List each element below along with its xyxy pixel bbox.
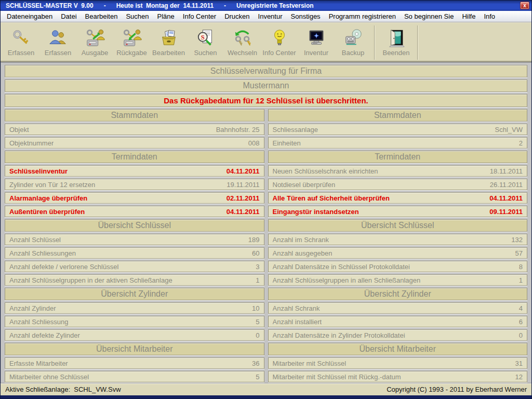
table-row-einheiten: Einheiten2 — [268, 137, 528, 149]
users-icon — [48, 28, 68, 48]
toolbar-button-label: Suchen — [194, 49, 217, 57]
overdue-alert-text: Das Rückgabedatum für 12 Schlüssel ist ü… — [164, 96, 368, 105]
toolbar-button-wechseln-6[interactable]: Wechseln — [224, 24, 261, 59]
section-header-bersicht-zylinder: Übersicht Zylinder — [5, 288, 264, 300]
menu-item-info-center[interactable]: Info Center — [179, 11, 220, 21]
table-row-anzahl-im-schrank: Anzahl im Schrank132 — [268, 234, 528, 245]
section-header-bersicht-mitarbeiter: Übersicht Mitarbeiter — [268, 343, 528, 355]
section-header-bersicht-schl-ssel: Übersicht Schlüssel — [5, 219, 264, 232]
row-value: 1 — [519, 276, 523, 284]
row-value: 132 — [511, 236, 523, 244]
row-label: Mitarbeiter ohne Schlüssel — [9, 373, 89, 381]
row-label: Einheiten — [273, 139, 301, 147]
menu-item-bearbeiten[interactable]: Bearbeiten — [81, 11, 122, 21]
table-row-schl-sselinventur: Schlüsselinventur04.11.2011 — [5, 165, 264, 177]
menu-item-inventur[interactable]: Inventur — [254, 11, 287, 21]
menu-item-drucken[interactable]: Drucken — [220, 11, 254, 21]
toolbar-button-ausgabe-2[interactable]: Ausgabe — [76, 24, 113, 59]
toolbar-button-label: Beenden — [382, 49, 409, 57]
row-label: Zylinder von Tür 12 ersetzen — [9, 181, 95, 189]
toolbar-button-backup-9[interactable]: Backup — [335, 24, 371, 59]
column-right: StammdatenSchliessanlageSchl_VWEinheiten… — [268, 109, 528, 383]
menu-item-programm-registrieren[interactable]: Programm registrieren — [325, 11, 400, 21]
section-title: Übersicht Mitarbeiter — [359, 344, 436, 354]
section-title: Stammdaten — [111, 111, 158, 120]
menu-item-sonstiges[interactable]: Sonstiges — [287, 11, 325, 21]
section-header-termindaten: Termindaten — [5, 151, 264, 163]
row-label: Anzahl Datensätze in Zylinder Protokolld… — [273, 331, 405, 339]
status-bar: Aktive Schließanlage: SCHL_VW.Svw Copyri… — [1, 383, 531, 395]
row-label: Anzahl Schlüssel — [9, 236, 61, 244]
toolbar-button-erfassen-1[interactable]: Erfassen — [39, 24, 76, 59]
toolbar-button-erfassen-0[interactable]: Erfassen — [3, 24, 39, 59]
toolbar-button-inventur-8[interactable]: Inventur — [298, 24, 335, 59]
menu-item-pl-ne[interactable]: Pläne — [153, 11, 179, 21]
row-value: 02.11.2011 — [227, 194, 260, 202]
menu-item-suchen[interactable]: Suchen — [122, 11, 153, 21]
title-bar: SCHLÜSSEL-MASTER V 9.00 - Heute ist Mont… — [1, 1, 531, 11]
toolbar-button-label: Backup — [342, 49, 364, 57]
table-row-anzahl-schl-sselgruppen-in-allen-schlie-anlagen: Anzahl Schlüsselgruppen in allen Schließ… — [268, 274, 528, 286]
menu-item-info[interactable]: Info — [480, 11, 499, 21]
close-button[interactable]: x — [520, 2, 529, 9]
monitor-icon — [307, 28, 326, 48]
table-row-anzahl-zylinder: Anzahl Zylinder10 — [5, 302, 264, 314]
toolbar-button-label: Wechseln — [228, 49, 257, 57]
toolbar-button-label: Info Center — [262, 49, 296, 57]
row-label: Objekt — [9, 126, 29, 134]
search-icon — [196, 28, 216, 48]
section-title: Übersicht Schlüssel — [98, 221, 171, 230]
row-value: 2 — [519, 139, 523, 147]
row-label: Alarmanlage überprüfen — [9, 194, 87, 202]
section-title: Termindaten — [112, 152, 157, 162]
table-row-anzahl-schrank: Anzahl Schrank4 — [268, 302, 528, 314]
toolbar-button-label: Rückgabe — [116, 49, 147, 57]
table-row-objekt: ObjektBahnhofstr. 25 — [5, 124, 264, 135]
row-value: 5 — [256, 318, 259, 326]
key-in-icon — [122, 28, 142, 48]
row-value: 18.11.2011 — [490, 167, 523, 175]
section-header-bersicht-schl-ssel: Übersicht Schlüssel — [268, 219, 528, 232]
owner-banner-text: Mustermann — [243, 81, 289, 90]
row-value: 0 — [519, 331, 523, 339]
row-value: 3 — [256, 263, 259, 271]
section-header-termindaten: Termindaten — [268, 151, 528, 163]
row-label: Anzahl Schlüsselgruppen in allen Schließ… — [273, 276, 421, 284]
toolbar-button-suchen-5[interactable]: Suchen — [187, 24, 224, 59]
row-value: 5 — [256, 373, 259, 381]
table-row-alle-t-ren-auf-sicherheit-berpr-fen: Alle Türen auf Sicherheit überprüfen04.1… — [268, 192, 528, 204]
row-value: 31 — [515, 360, 523, 367]
table-row-alarmanlage-berpr-fen: Alarmanlage überprüfen02.11.2011 — [5, 192, 264, 204]
window-bottom-edge — [1, 395, 531, 398]
row-value: 4 — [519, 304, 523, 312]
row-label: Objektnummer — [9, 139, 54, 147]
bulb-icon — [270, 28, 289, 48]
app-window: SCHLÜSSEL-MASTER V 9.00 - Heute ist Mont… — [0, 0, 532, 399]
row-label: Alle Türen auf Sicherheit überprüfen — [273, 194, 390, 202]
backup-icon — [343, 28, 363, 48]
table-row-mitarbeiter-mit-schl-ssel-mit-r-ckg-datum: Mitarbeiter mit Schlüssel mit Rückg.-dat… — [268, 371, 528, 382]
table-row-mitarbeiter-ohne-schl-ssel: Mitarbeiter ohne Schlüssel5 — [5, 371, 264, 382]
section-header-bersicht-zylinder: Übersicht Zylinder — [268, 288, 528, 300]
toolbar-button-info-center-7[interactable]: Info Center — [261, 24, 298, 59]
table-row-anzahl-datens-tze-in-schl-ssel-protokolldatei: Anzahl Datensätze in Schlüssel Protokoll… — [268, 261, 528, 272]
menu-item-datei[interactable]: Datei — [57, 11, 81, 21]
toolbar-button-r-ckgabe-3[interactable]: Rückgabe — [113, 24, 150, 59]
table-row-au-ent-ren-berpr-fen: Außentüren überprüfen04.11.2011 — [5, 206, 264, 217]
table-row-anzahl-ausgegeben: Anzahl ausgegeben57 — [268, 247, 528, 259]
row-value: 8 — [519, 263, 523, 271]
section-title: Übersicht Schlüssel — [361, 221, 434, 230]
row-label: Anzahl defekte Zylinder — [9, 331, 80, 339]
table-row-anzahl-installiert: Anzahl installiert6 — [268, 316, 528, 327]
row-value: 36 — [252, 360, 259, 367]
menu-item-so-beginnen-sie[interactable]: So beginnen Sie — [400, 11, 458, 21]
menu-item-dateneingaben[interactable]: Dateneingaben — [3, 11, 57, 21]
toolbar-button-beenden-11[interactable]: Beenden — [378, 24, 415, 59]
row-label: Anzahl Schrank — [273, 304, 320, 312]
table-row-anzahl-defekte-zylinder: Anzahl defekte Zylinder0 — [5, 329, 264, 341]
section-title: Übersicht Zylinder — [101, 289, 168, 299]
menu-item-hilfe[interactable]: Hilfe — [458, 11, 480, 21]
row-label: Außentüren überprüfen — [9, 208, 85, 216]
menu-bar: DateneingabenDateiBearbeitenSuchenPläneI… — [1, 11, 531, 22]
toolbar-button-bearbeiten-4[interactable]: Bearbeiten — [150, 24, 187, 59]
